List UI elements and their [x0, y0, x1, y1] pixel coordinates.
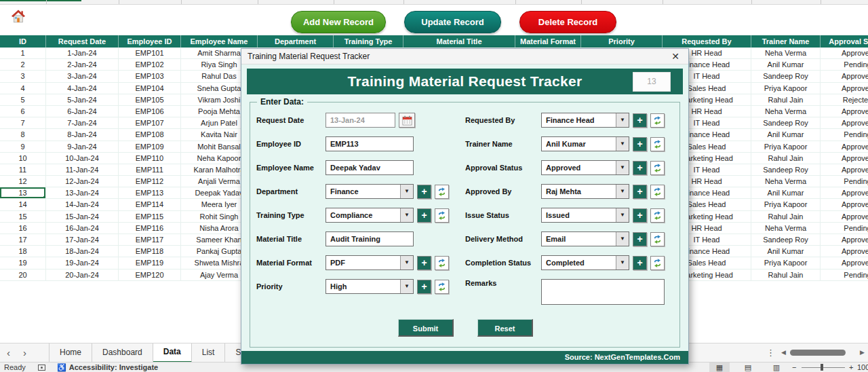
- department-dropdown[interactable]: Finance▼: [326, 184, 414, 199]
- column-header-request-date[interactable]: Request Date: [46, 35, 119, 48]
- table-cell[interactable]: Approved: [821, 234, 868, 246]
- hscroll-left-icon[interactable]: ◀: [781, 349, 786, 356]
- sheet-tab-home[interactable]: Home: [49, 343, 92, 362]
- add-option-button[interactable]: +: [417, 208, 431, 223]
- column-header-employee-id[interactable]: Employee ID: [119, 35, 181, 48]
- table-cell[interactable]: Approved: [821, 257, 868, 269]
- reset-button[interactable]: Reset: [477, 319, 533, 337]
- table-cell[interactable]: Approved: [821, 71, 868, 82]
- table-cell[interactable]: Priya Kapoor: [751, 257, 821, 269]
- column-header-priority[interactable]: Priority: [581, 35, 663, 48]
- table-cell[interactable]: Approved: [821, 83, 868, 94]
- table-cell[interactable]: Anil Kumar: [751, 187, 821, 199]
- table-cell[interactable]: Neha Verma: [751, 48, 821, 59]
- add-option-button[interactable]: +: [633, 185, 647, 199]
- remarks-textarea[interactable]: [541, 279, 665, 305]
- column-header-department[interactable]: Department: [258, 35, 334, 48]
- column-header-employee-name[interactable]: Employee Name: [181, 35, 258, 48]
- table-cell[interactable]: Pending: [821, 129, 868, 141]
- refresh-icon[interactable]: [650, 256, 665, 270]
- table-cell[interactable]: Priya Kapoor: [751, 83, 821, 94]
- table-cell[interactable]: Neha Verma: [751, 176, 821, 187]
- table-cell[interactable]: 2: [0, 59, 46, 71]
- table-cell[interactable]: 9-Jan-24: [46, 141, 119, 153]
- refresh-icon[interactable]: [435, 208, 449, 223]
- table-cell[interactable]: 6-Jan-24: [46, 106, 119, 117]
- priority-dropdown[interactable]: High▼: [326, 279, 414, 294]
- trainer-name-dropdown[interactable]: Anil Kumar▼: [541, 136, 629, 151]
- column-header-requested-by[interactable]: Requested By: [663, 35, 751, 48]
- employee-id-input[interactable]: EMP113: [326, 136, 414, 151]
- sheet-tab-list[interactable]: List: [192, 343, 226, 362]
- refresh-icon[interactable]: [435, 256, 449, 270]
- zoom-out-icon[interactable]: −: [792, 363, 796, 371]
- table-cell[interactable]: EMP119: [119, 257, 181, 269]
- table-cell[interactable]: Sandeep Roy: [751, 117, 821, 129]
- table-cell[interactable]: EMP103: [119, 71, 181, 82]
- table-cell[interactable]: 8: [0, 129, 46, 141]
- table-cell[interactable]: Approved: [821, 117, 868, 129]
- table-cell[interactable]: 3: [0, 71, 46, 82]
- table-cell[interactable]: 20: [0, 269, 46, 281]
- calendar-icon[interactable]: [399, 113, 415, 128]
- column-header-trainer-name[interactable]: Trainer Name: [751, 35, 821, 48]
- refresh-icon[interactable]: [435, 185, 449, 199]
- chevron-down-icon[interactable]: ▼: [616, 232, 629, 246]
- table-cell[interactable]: EMP109: [119, 141, 181, 153]
- add-option-button[interactable]: +: [417, 185, 431, 199]
- completion-status-dropdown[interactable]: Completed▼: [541, 255, 629, 270]
- tab-scroll-right-icon[interactable]: ›: [23, 343, 26, 362]
- table-cell[interactable]: 1-Jan-24: [46, 48, 119, 59]
- table-cell[interactable]: 13-Jan-24: [46, 187, 119, 199]
- table-cell[interactable]: Neha Verma: [751, 106, 821, 117]
- table-cell[interactable]: EMP120: [119, 269, 181, 281]
- chevron-down-icon[interactable]: ▼: [400, 256, 413, 269]
- chevron-down-icon[interactable]: ▼: [616, 256, 629, 269]
- table-cell[interactable]: 15: [0, 211, 46, 223]
- approval-status-dropdown[interactable]: Approved▼: [541, 160, 629, 175]
- horizontal-scrollbar[interactable]: [789, 350, 856, 356]
- zoom-slider[interactable]: [802, 367, 845, 368]
- table-cell[interactable]: 7: [0, 117, 46, 129]
- chevron-down-icon[interactable]: ▼: [400, 208, 413, 222]
- macro-record-icon[interactable]: [38, 365, 45, 371]
- table-cell[interactable]: EMP118: [119, 246, 181, 257]
- table-cell[interactable]: 19: [0, 257, 46, 269]
- table-cell[interactable]: Pending: [821, 176, 868, 187]
- hscroll-thumb[interactable]: [790, 350, 846, 356]
- refresh-icon[interactable]: [650, 161, 665, 175]
- column-header-material-format[interactable]: Material Format: [515, 35, 581, 48]
- refresh-icon[interactable]: [435, 280, 449, 294]
- table-cell[interactable]: Rahul Jain: [751, 153, 821, 164]
- table-cell[interactable]: 16-Jan-24: [46, 223, 119, 234]
- add-option-button[interactable]: +: [633, 232, 647, 246]
- table-cell[interactable]: 19-Jan-24: [46, 257, 119, 269]
- table-cell[interactable]: 17-Jan-24: [46, 234, 119, 246]
- table-cell[interactable]: 11-Jan-24: [46, 164, 119, 176]
- normal-view-button[interactable]: ▦: [709, 362, 730, 372]
- table-cell[interactable]: EMP117: [119, 234, 181, 246]
- sheet-tab-dashboard[interactable]: Dashboard: [92, 343, 153, 362]
- selected-cell[interactable]: 13: [0, 187, 46, 199]
- table-cell[interactable]: EMP102: [119, 59, 181, 71]
- table-cell[interactable]: EMP110: [119, 153, 181, 164]
- table-cell[interactable]: Pending: [821, 59, 868, 71]
- approved-by-dropdown[interactable]: Raj Mehta▼: [541, 184, 629, 199]
- training-type-dropdown[interactable]: Compliance▼: [326, 208, 414, 223]
- delete-record-button[interactable]: Delete Record: [519, 11, 616, 33]
- table-cell[interactable]: Rahul Jain: [751, 211, 821, 223]
- table-cell[interactable]: EMP105: [119, 94, 181, 106]
- table-cell[interactable]: Rahul Jain: [751, 269, 821, 281]
- table-cell[interactable]: 9: [0, 141, 46, 153]
- zoom-in-icon[interactable]: +: [849, 363, 853, 371]
- add-option-button[interactable]: +: [633, 256, 647, 270]
- page-break-view-button[interactable]: ▥: [766, 362, 787, 372]
- update-record-button[interactable]: Update Record: [404, 11, 501, 33]
- table-cell[interactable]: 17: [0, 234, 46, 246]
- refresh-icon[interactable]: [650, 232, 665, 246]
- employee-name-input[interactable]: Deepak Yadav: [326, 160, 414, 175]
- table-cell[interactable]: Approved: [821, 106, 868, 117]
- issue-status-dropdown[interactable]: Issued▼: [541, 208, 629, 223]
- table-cell[interactable]: EMP115: [119, 211, 181, 223]
- table-cell[interactable]: Pending: [821, 223, 868, 234]
